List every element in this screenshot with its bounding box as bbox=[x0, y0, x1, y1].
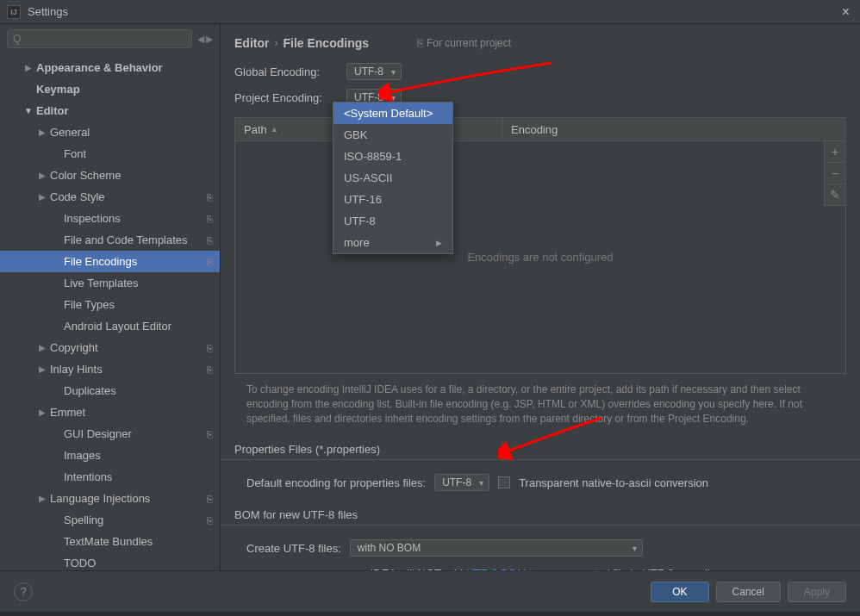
scope-icon: ⎘ bbox=[207, 192, 213, 202]
search-prev-icon[interactable]: ◀ bbox=[197, 34, 204, 45]
create-utf8-label: Create UTF-8 files: bbox=[246, 542, 341, 555]
chevron-icon: ▶ bbox=[36, 408, 48, 417]
scope-icon: ⎘ bbox=[207, 257, 213, 267]
tree-item-label: TextMate Bundles bbox=[64, 535, 213, 548]
tree-item-duplicates[interactable]: Duplicates bbox=[0, 380, 220, 401]
tree-item-emmet[interactable]: ▶Emmet bbox=[0, 401, 220, 423]
apply-button[interactable]: Apply bbox=[788, 582, 846, 602]
tree-item-label: Android Layout Editor bbox=[64, 320, 213, 333]
search-next-icon[interactable]: ▶ bbox=[206, 34, 213, 45]
tree-item-label: Spelling bbox=[64, 513, 207, 526]
properties-encoding-label: Default encoding for properties files: bbox=[246, 476, 426, 489]
chevron-right-icon: › bbox=[274, 37, 277, 49]
ok-button[interactable]: OK bbox=[651, 582, 708, 602]
help-icon[interactable]: ? bbox=[14, 582, 33, 601]
search-input[interactable] bbox=[7, 29, 192, 48]
tree-item-label: File Encodings bbox=[64, 255, 207, 268]
chevron-icon: ▼ bbox=[22, 106, 34, 115]
properties-encoding-dropdown[interactable]: UTF-8 bbox=[434, 474, 489, 491]
bom-note: IDEA will NOT add UTF-8 BOM to every cre… bbox=[221, 562, 860, 570]
titlebar: IJ Settings × bbox=[0, 0, 860, 24]
cancel-button[interactable]: Cancel bbox=[716, 582, 781, 602]
chevron-icon: ▶ bbox=[36, 171, 48, 180]
tree-item-file-types[interactable]: File Types bbox=[0, 294, 220, 315]
tree-item-color-scheme[interactable]: ▶Color Scheme bbox=[0, 165, 220, 186]
tree-item-keymap[interactable]: Keymap bbox=[0, 78, 220, 100]
global-encoding-label: Global Encoding: bbox=[234, 65, 338, 78]
popup-item-gbk[interactable]: GBK bbox=[333, 124, 452, 146]
tree-item-label: Editor bbox=[36, 104, 213, 117]
chevron-icon: ▶ bbox=[36, 192, 48, 202]
remove-button[interactable]: − bbox=[824, 162, 846, 184]
chevron-icon: ▶ bbox=[36, 494, 48, 503]
tree-item-label: Emmet bbox=[50, 406, 213, 419]
tree-item-label: Language Injections bbox=[50, 492, 207, 505]
tree-item-gui-designer[interactable]: GUI Designer⎘ bbox=[0, 423, 220, 445]
tree-item-android-layout-editor[interactable]: Android Layout Editor bbox=[0, 315, 220, 337]
content-pane: Editor › File Encodings For current proj… bbox=[221, 24, 860, 570]
tree-item-label: Color Scheme bbox=[50, 169, 213, 182]
tree-item-label: Intentions bbox=[64, 470, 213, 483]
project-encoding-label: Project Encoding: bbox=[234, 91, 338, 104]
chevron-icon: ▶ bbox=[36, 364, 48, 374]
chevron-icon: ▶ bbox=[36, 343, 48, 352]
scope-icon: ⎘ bbox=[207, 343, 213, 353]
tree-item-label: File Types bbox=[64, 298, 213, 311]
scope-icon: ⎘ bbox=[207, 515, 213, 526]
help-text: To change encoding IntelliJ IDEA uses fo… bbox=[221, 374, 860, 431]
popup-item-iso-8859-1[interactable]: ISO-8859-1 bbox=[333, 146, 452, 167]
utf8-bom-link[interactable]: UTF-8 BOM bbox=[466, 567, 527, 570]
scope-icon: ⎘ bbox=[207, 364, 213, 375]
sort-asc-icon: ▲ bbox=[271, 125, 278, 134]
properties-section-title: Properties Files (*.properties) bbox=[221, 431, 860, 460]
tree-item-intentions[interactable]: Intentions bbox=[0, 466, 220, 488]
tree-item-copyright[interactable]: ▶Copyright⎘ bbox=[0, 337, 220, 358]
tree-item-inlay-hints[interactable]: ▶Inlay Hints⎘ bbox=[0, 358, 220, 380]
create-utf8-dropdown[interactable]: with NO BOM bbox=[350, 539, 643, 557]
tree-item-label: Live Templates bbox=[64, 277, 213, 289]
popup-item-more[interactable]: more▶ bbox=[333, 232, 452, 253]
tree-item-label: Appearance & Behavior bbox=[36, 61, 213, 74]
chevron-icon: ▶ bbox=[22, 63, 34, 72]
tree-item-textmate-bundles[interactable]: TextMate Bundles bbox=[0, 531, 220, 552]
close-icon[interactable]: × bbox=[838, 4, 853, 20]
scope-label: For current project bbox=[417, 37, 511, 49]
tree-item-file-encodings[interactable]: File Encodings⎘ bbox=[0, 251, 220, 272]
tree-item-file-and-code-templates[interactable]: File and Code Templates⎘ bbox=[0, 229, 220, 251]
transparent-ascii-checkbox[interactable] bbox=[498, 476, 510, 488]
tree-item-inspections[interactable]: Inspections⎘ bbox=[0, 208, 220, 229]
tree-item-general[interactable]: ▶General bbox=[0, 121, 220, 143]
table-header: Path ▲ Encoding bbox=[234, 117, 846, 141]
popup-item--system-default-[interactable]: <System Default> bbox=[333, 103, 452, 124]
transparent-ascii-label: Transparent native-to-ascii conversion bbox=[519, 476, 708, 489]
tree-item-live-templates[interactable]: Live Templates bbox=[0, 272, 220, 294]
sidebar: ◀ ▶ ▶Appearance & BehaviorKeymap▼Editor▶… bbox=[0, 24, 221, 570]
tree-item-font[interactable]: Font bbox=[0, 143, 220, 165]
tree-item-editor[interactable]: ▼Editor bbox=[0, 100, 220, 121]
table-empty-text: Encodings are not configured bbox=[467, 251, 613, 264]
tree-item-label: Images bbox=[64, 449, 213, 462]
tree-item-code-style[interactable]: ▶Code Style⎘ bbox=[0, 186, 220, 208]
submenu-arrow-icon: ▶ bbox=[436, 239, 442, 247]
global-encoding-dropdown[interactable]: UTF-8 bbox=[346, 63, 402, 80]
breadcrumb: Editor › File Encodings For current proj… bbox=[221, 24, 860, 59]
add-button[interactable]: + bbox=[824, 140, 846, 163]
breadcrumb-root[interactable]: Editor bbox=[234, 36, 269, 50]
tree-item-label: Duplicates bbox=[64, 384, 213, 397]
column-encoding[interactable]: Encoding bbox=[502, 118, 845, 140]
tree-item-label: Code Style bbox=[50, 190, 207, 203]
popup-item-utf-16[interactable]: UTF-16 bbox=[333, 189, 452, 210]
dialog-footer: ? OK Cancel Apply bbox=[0, 570, 860, 612]
tree-item-todo[interactable]: TODO bbox=[0, 552, 220, 570]
tree-item-images[interactable]: Images bbox=[0, 445, 220, 466]
edit-button[interactable]: ✎ bbox=[824, 184, 846, 206]
popup-item-us-ascii[interactable]: US-ASCII bbox=[333, 167, 452, 189]
popup-item-utf-8[interactable]: UTF-8 bbox=[333, 210, 452, 232]
window-title: Settings bbox=[28, 5, 838, 18]
tree-item-spelling[interactable]: Spelling⎘ bbox=[0, 509, 220, 531]
scope-icon: ⎘ bbox=[207, 235, 213, 246]
tree-item-appearance-behavior[interactable]: ▶Appearance & Behavior bbox=[0, 57, 220, 78]
tree-item-language-injections[interactable]: ▶Language Injections⎘ bbox=[0, 488, 220, 509]
chevron-icon: ▶ bbox=[36, 128, 48, 137]
tree-item-label: General bbox=[50, 126, 213, 139]
